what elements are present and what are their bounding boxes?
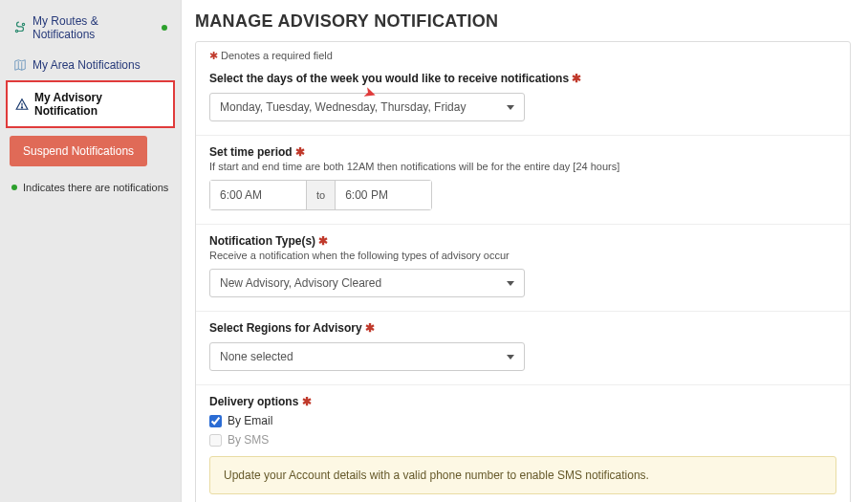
asterisk-icon: ✱ (572, 72, 581, 85)
page-title: MANAGE ADVISORY NOTIFICATION (195, 11, 851, 32)
time-help: If start and end time are both 12AM then… (209, 161, 836, 172)
asterisk-icon: ✱ (365, 321, 375, 335)
sidebar-item-advisory[interactable]: My Advisory Notification (6, 80, 175, 128)
notification-dot-icon (162, 25, 167, 31)
svg-point-3 (21, 107, 22, 108)
caret-down-icon (507, 355, 514, 360)
delivery-sms-option[interactable]: By SMS (209, 433, 836, 447)
sidebar-item-label: My Advisory Notification (34, 91, 165, 118)
delivery-email-checkbox[interactable] (209, 415, 222, 427)
sidebar: My Routes & Notifications My Area Notifi… (0, 0, 182, 502)
types-dropdown-value: New Advisory, Advisory Cleared (220, 276, 381, 290)
route-icon (13, 21, 27, 34)
legend: Indicates there are notifications (6, 178, 175, 197)
time-range: to (209, 180, 432, 210)
days-label: Select the days of the week you would li… (209, 72, 836, 85)
regions-label: Select Regions for Advisory ✱ (209, 321, 836, 335)
asterisk-icon: ✱ (302, 395, 312, 408)
caret-down-icon (507, 105, 514, 110)
types-help: Receive a notification when the followin… (209, 250, 836, 261)
asterisk-icon: ✱ (295, 145, 305, 159)
time-end-input[interactable] (336, 181, 431, 209)
types-label: Notification Type(s) ✱ (209, 234, 836, 248)
days-dropdown-value: Monday, Tuesday, Wednesday, Thursday, Fr… (220, 100, 466, 114)
delivery-email-label: By Email (228, 414, 272, 427)
regions-dropdown-value: None selected (220, 350, 293, 363)
delivery-sms-label: By SMS (228, 433, 269, 447)
delivery-label: Delivery options ✱ (209, 395, 836, 408)
main-content: ➤ MANAGE ADVISORY NOTIFICATION ✱ Denotes… (182, 0, 868, 502)
sidebar-item-label: My Area Notifications (33, 58, 167, 72)
sms-alert: Update your Account details with a valid… (209, 456, 836, 494)
required-note-text: Denotes a required field (221, 50, 333, 61)
sidebar-item-label: My Routes & Notifications (33, 14, 156, 41)
time-separator: to (306, 181, 336, 209)
notification-dot-icon (11, 185, 17, 190)
delivery-sms-checkbox (209, 434, 222, 447)
required-note: ✱ Denotes a required field (196, 42, 850, 62)
sidebar-item-area[interactable]: My Area Notifications (6, 50, 175, 80)
svg-point-0 (15, 30, 17, 32)
form-panel: ✱ Denotes a required field Select the da… (195, 41, 851, 502)
asterisk-icon: ✱ (209, 50, 218, 61)
time-label: Set time period ✱ (209, 145, 836, 159)
map-icon (13, 58, 27, 72)
legend-text: Indicates there are notifications (23, 182, 168, 193)
types-dropdown[interactable]: New Advisory, Advisory Cleared (209, 269, 525, 297)
sidebar-item-routes[interactable]: My Routes & Notifications (6, 6, 175, 50)
regions-dropdown[interactable]: None selected (209, 342, 525, 371)
asterisk-icon: ✱ (318, 234, 328, 248)
caret-down-icon (507, 281, 514, 286)
suspend-notifications-button[interactable]: Suspend Notifications (10, 136, 147, 166)
delivery-email-option[interactable]: By Email (209, 414, 836, 427)
alert-triangle-icon (15, 98, 29, 111)
svg-point-1 (22, 23, 24, 25)
time-start-input[interactable] (210, 181, 306, 209)
